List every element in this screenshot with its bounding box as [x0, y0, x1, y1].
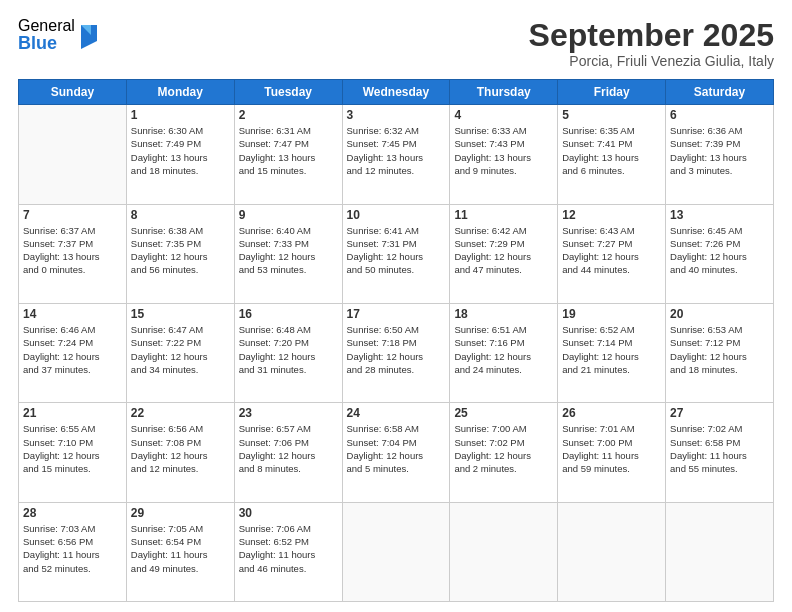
day-number: 15: [131, 307, 230, 321]
day-info: Sunrise: 6:51 AM Sunset: 7:16 PM Dayligh…: [454, 323, 553, 376]
calendar-cell: 9Sunrise: 6:40 AM Sunset: 7:33 PM Daylig…: [234, 204, 342, 303]
calendar-week-row: 14Sunrise: 6:46 AM Sunset: 7:24 PM Dayli…: [19, 303, 774, 402]
calendar-cell: 14Sunrise: 6:46 AM Sunset: 7:24 PM Dayli…: [19, 303, 127, 402]
day-info: Sunrise: 6:55 AM Sunset: 7:10 PM Dayligh…: [23, 422, 122, 475]
day-number: 30: [239, 506, 338, 520]
weekday-header-row: SundayMondayTuesdayWednesdayThursdayFrid…: [19, 80, 774, 105]
calendar-cell: 12Sunrise: 6:43 AM Sunset: 7:27 PM Dayli…: [558, 204, 666, 303]
calendar-cell: 1Sunrise: 6:30 AM Sunset: 7:49 PM Daylig…: [126, 105, 234, 204]
day-number: 22: [131, 406, 230, 420]
weekday-header: Saturday: [666, 80, 774, 105]
day-number: 29: [131, 506, 230, 520]
calendar-cell: 13Sunrise: 6:45 AM Sunset: 7:26 PM Dayli…: [666, 204, 774, 303]
day-number: 3: [347, 108, 446, 122]
day-info: Sunrise: 6:41 AM Sunset: 7:31 PM Dayligh…: [347, 224, 446, 277]
weekday-header: Monday: [126, 80, 234, 105]
day-number: 9: [239, 208, 338, 222]
calendar-cell: 29Sunrise: 7:05 AM Sunset: 6:54 PM Dayli…: [126, 502, 234, 601]
day-number: 24: [347, 406, 446, 420]
month-title: September 2025: [529, 18, 774, 53]
calendar-cell: 2Sunrise: 6:31 AM Sunset: 7:47 PM Daylig…: [234, 105, 342, 204]
calendar-cell: [19, 105, 127, 204]
calendar-cell: 10Sunrise: 6:41 AM Sunset: 7:31 PM Dayli…: [342, 204, 450, 303]
weekday-header: Sunday: [19, 80, 127, 105]
calendar-week-row: 28Sunrise: 7:03 AM Sunset: 6:56 PM Dayli…: [19, 502, 774, 601]
day-info: Sunrise: 7:05 AM Sunset: 6:54 PM Dayligh…: [131, 522, 230, 575]
calendar-cell: 25Sunrise: 7:00 AM Sunset: 7:02 PM Dayli…: [450, 403, 558, 502]
day-number: 8: [131, 208, 230, 222]
day-info: Sunrise: 6:52 AM Sunset: 7:14 PM Dayligh…: [562, 323, 661, 376]
calendar-cell: 7Sunrise: 6:37 AM Sunset: 7:37 PM Daylig…: [19, 204, 127, 303]
day-info: Sunrise: 6:56 AM Sunset: 7:08 PM Dayligh…: [131, 422, 230, 475]
calendar-cell: 24Sunrise: 6:58 AM Sunset: 7:04 PM Dayli…: [342, 403, 450, 502]
day-number: 11: [454, 208, 553, 222]
day-info: Sunrise: 6:53 AM Sunset: 7:12 PM Dayligh…: [670, 323, 769, 376]
day-info: Sunrise: 6:32 AM Sunset: 7:45 PM Dayligh…: [347, 124, 446, 177]
logo-general: General: [18, 18, 75, 34]
calendar-cell: 23Sunrise: 6:57 AM Sunset: 7:06 PM Dayli…: [234, 403, 342, 502]
day-info: Sunrise: 6:30 AM Sunset: 7:49 PM Dayligh…: [131, 124, 230, 177]
day-number: 16: [239, 307, 338, 321]
calendar-cell: 22Sunrise: 6:56 AM Sunset: 7:08 PM Dayli…: [126, 403, 234, 502]
day-number: 26: [562, 406, 661, 420]
calendar-cell: 28Sunrise: 7:03 AM Sunset: 6:56 PM Dayli…: [19, 502, 127, 601]
day-number: 10: [347, 208, 446, 222]
page: General Blue September 2025 Porcia, Friu…: [0, 0, 792, 612]
day-info: Sunrise: 6:46 AM Sunset: 7:24 PM Dayligh…: [23, 323, 122, 376]
calendar-cell: 11Sunrise: 6:42 AM Sunset: 7:29 PM Dayli…: [450, 204, 558, 303]
calendar-cell: 4Sunrise: 6:33 AM Sunset: 7:43 PM Daylig…: [450, 105, 558, 204]
day-number: 12: [562, 208, 661, 222]
day-number: 20: [670, 307, 769, 321]
day-info: Sunrise: 6:42 AM Sunset: 7:29 PM Dayligh…: [454, 224, 553, 277]
calendar-cell: [450, 502, 558, 601]
weekday-header: Tuesday: [234, 80, 342, 105]
logo: General Blue: [18, 18, 97, 52]
day-number: 5: [562, 108, 661, 122]
day-info: Sunrise: 6:57 AM Sunset: 7:06 PM Dayligh…: [239, 422, 338, 475]
logo-blue: Blue: [18, 34, 75, 52]
day-number: 7: [23, 208, 122, 222]
day-info: Sunrise: 6:31 AM Sunset: 7:47 PM Dayligh…: [239, 124, 338, 177]
calendar-week-row: 21Sunrise: 6:55 AM Sunset: 7:10 PM Dayli…: [19, 403, 774, 502]
day-info: Sunrise: 6:37 AM Sunset: 7:37 PM Dayligh…: [23, 224, 122, 277]
day-info: Sunrise: 7:00 AM Sunset: 7:02 PM Dayligh…: [454, 422, 553, 475]
calendar-cell: 18Sunrise: 6:51 AM Sunset: 7:16 PM Dayli…: [450, 303, 558, 402]
calendar-cell: [342, 502, 450, 601]
day-number: 14: [23, 307, 122, 321]
calendar-cell: 5Sunrise: 6:35 AM Sunset: 7:41 PM Daylig…: [558, 105, 666, 204]
weekday-header: Thursday: [450, 80, 558, 105]
logo-icon: [77, 21, 97, 49]
title-block: September 2025 Porcia, Friuli Venezia Gi…: [529, 18, 774, 69]
calendar-cell: 6Sunrise: 6:36 AM Sunset: 7:39 PM Daylig…: [666, 105, 774, 204]
calendar-cell: 15Sunrise: 6:47 AM Sunset: 7:22 PM Dayli…: [126, 303, 234, 402]
calendar-week-row: 7Sunrise: 6:37 AM Sunset: 7:37 PM Daylig…: [19, 204, 774, 303]
day-info: Sunrise: 6:47 AM Sunset: 7:22 PM Dayligh…: [131, 323, 230, 376]
calendar-cell: 3Sunrise: 6:32 AM Sunset: 7:45 PM Daylig…: [342, 105, 450, 204]
day-info: Sunrise: 6:35 AM Sunset: 7:41 PM Dayligh…: [562, 124, 661, 177]
day-number: 27: [670, 406, 769, 420]
header: General Blue September 2025 Porcia, Friu…: [18, 18, 774, 69]
day-info: Sunrise: 6:45 AM Sunset: 7:26 PM Dayligh…: [670, 224, 769, 277]
day-number: 17: [347, 307, 446, 321]
day-info: Sunrise: 6:58 AM Sunset: 7:04 PM Dayligh…: [347, 422, 446, 475]
day-number: 28: [23, 506, 122, 520]
day-info: Sunrise: 6:38 AM Sunset: 7:35 PM Dayligh…: [131, 224, 230, 277]
calendar-week-row: 1Sunrise: 6:30 AM Sunset: 7:49 PM Daylig…: [19, 105, 774, 204]
day-number: 25: [454, 406, 553, 420]
weekday-header: Wednesday: [342, 80, 450, 105]
day-number: 6: [670, 108, 769, 122]
calendar-cell: 17Sunrise: 6:50 AM Sunset: 7:18 PM Dayli…: [342, 303, 450, 402]
calendar-cell: 20Sunrise: 6:53 AM Sunset: 7:12 PM Dayli…: [666, 303, 774, 402]
calendar-cell: [666, 502, 774, 601]
calendar-cell: 30Sunrise: 7:06 AM Sunset: 6:52 PM Dayli…: [234, 502, 342, 601]
calendar-cell: 21Sunrise: 6:55 AM Sunset: 7:10 PM Dayli…: [19, 403, 127, 502]
day-number: 1: [131, 108, 230, 122]
calendar-cell: 26Sunrise: 7:01 AM Sunset: 7:00 PM Dayli…: [558, 403, 666, 502]
logo-text: General Blue: [18, 18, 75, 52]
day-number: 23: [239, 406, 338, 420]
day-number: 13: [670, 208, 769, 222]
day-info: Sunrise: 6:43 AM Sunset: 7:27 PM Dayligh…: [562, 224, 661, 277]
day-number: 21: [23, 406, 122, 420]
day-number: 4: [454, 108, 553, 122]
day-info: Sunrise: 6:40 AM Sunset: 7:33 PM Dayligh…: [239, 224, 338, 277]
